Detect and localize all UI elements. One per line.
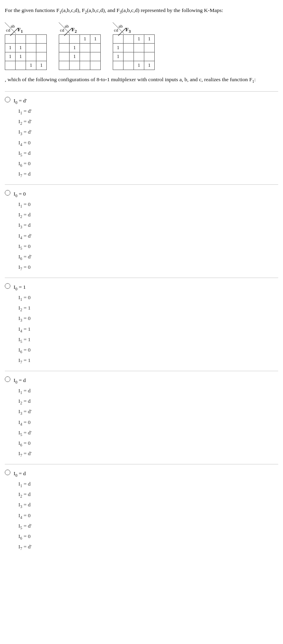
option-2-radio[interactable] bbox=[5, 190, 10, 196]
option-1[interactable]: I0 = d' I1 = d' I2 = d' I3 = d' I4 = 0 I… bbox=[5, 91, 278, 184]
option-1-radio[interactable] bbox=[5, 97, 10, 102]
kmaps-container: ab cd F1 11 11 11 ab cd F2 11 1 1 bbox=[5, 22, 278, 70]
option-1-items: I1 = d' I2 = d' I3 = d' I4 = 0 I5 = d I6… bbox=[5, 106, 278, 180]
option-3-items: I1 = 0 I2 = 1 I3 = 0 I4 = 1 I5 = 1 I6 = … bbox=[5, 293, 278, 366]
kmap-f1: ab cd F1 11 11 11 bbox=[5, 22, 47, 70]
option-4-radio[interactable] bbox=[5, 376, 10, 382]
intro-text: For the given functions F1(a,b,c,d), F2(… bbox=[5, 6, 278, 15]
option-1-header: I0 = d' bbox=[14, 98, 27, 105]
option-3-header: I0 = 1 bbox=[14, 284, 26, 291]
kmap-f3: ab cd F3 11 1 1 11 bbox=[113, 22, 155, 70]
option-4[interactable]: I0 = d I1 = d I2 = d I3 = d' I4 = 0 I5 =… bbox=[5, 371, 278, 464]
option-2[interactable]: I0 = 0 I1 = 0 I2 = d I3 = d I4 = d' I5 =… bbox=[5, 184, 278, 278]
svg-line-1 bbox=[59, 22, 70, 34]
option-5[interactable]: I0 = d I1 = d I2 = d I3 = d I4 = 0 I5 = … bbox=[5, 464, 278, 557]
option-3-radio[interactable] bbox=[5, 283, 10, 289]
option-4-header: I0 = d bbox=[14, 377, 26, 384]
kmap-f1-corner: ab cd bbox=[5, 22, 16, 34]
kmap-f3-grid: 11 1 1 11 bbox=[113, 34, 155, 70]
kmap-f3-corner: ab cd bbox=[113, 22, 124, 34]
options-list: I0 = d' I1 = d' I2 = d' I3 = d' I4 = 0 I… bbox=[5, 91, 278, 557]
option-2-items: I1 = 0 I2 = d I3 = d I4 = d' I5 = 0 I6 =… bbox=[5, 200, 278, 273]
option-2-header: I0 = 0 bbox=[14, 191, 26, 198]
kmap-f1-grid: 11 11 11 bbox=[5, 34, 47, 70]
svg-line-2 bbox=[113, 22, 124, 34]
svg-line-0 bbox=[5, 22, 16, 34]
option-3[interactable]: I0 = 1 I1 = 0 I2 = 1 I3 = 0 I4 = 1 I5 = … bbox=[5, 278, 278, 371]
option-4-items: I1 = d I2 = d I3 = d' I4 = 0 I5 = d' I6 … bbox=[5, 386, 278, 459]
kmap-f2: ab cd F2 11 1 1 bbox=[59, 22, 101, 70]
kmap-f2-grid: 11 1 1 bbox=[59, 34, 101, 70]
option-5-radio[interactable] bbox=[5, 470, 10, 475]
which-text: , which of the following configurations … bbox=[5, 76, 278, 84]
option-5-header: I0 = d bbox=[14, 470, 26, 478]
option-5-items: I1 = d I2 = d I3 = d I4 = 0 I5 = d' I6 =… bbox=[5, 479, 278, 552]
kmap-f2-corner: ab cd bbox=[59, 22, 70, 34]
